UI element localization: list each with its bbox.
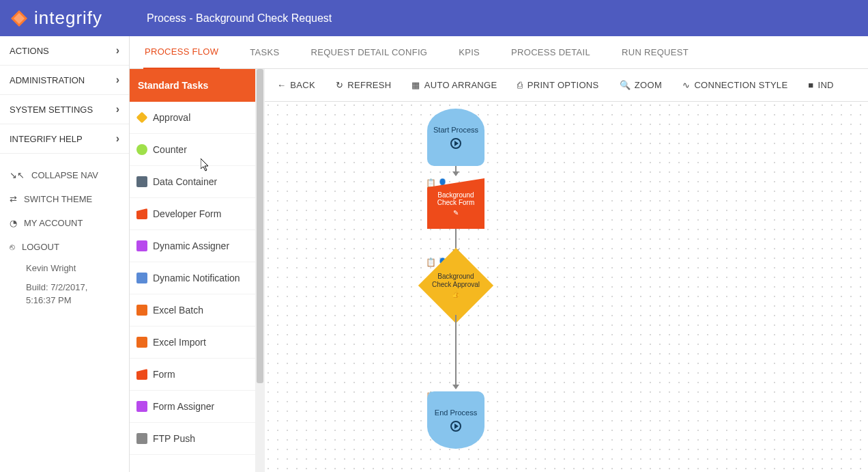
palette-item-label: Excel Batch — [153, 305, 203, 316]
palette-item-label: Excel Import — [153, 337, 206, 348]
brand-logo: integrify — [10, 8, 102, 29]
print-options-button[interactable]: ⎙PRINT OPTIONS — [517, 80, 598, 90]
palette-item-approval[interactable]: Approval — [130, 102, 255, 134]
logo-icon — [10, 9, 29, 28]
nav-system-settings[interactable]: SYSTEM SETTINGS› — [0, 95, 129, 124]
palette-item-form-assigner[interactable]: Form Assigner — [130, 391, 255, 423]
excel-import-icon — [136, 337, 147, 348]
nav-my-account[interactable]: ◔MY ACCOUNT — [0, 211, 129, 235]
nav-actions[interactable]: ACTIONS› — [0, 36, 129, 66]
node-label: Background Check Approval — [429, 273, 482, 289]
tab-request-detail-config[interactable]: REQUEST DETAIL CONFIG — [310, 36, 429, 68]
tab-process-detail[interactable]: PROCESS DETAIL — [510, 36, 592, 68]
excel-batch-icon — [136, 305, 147, 316]
palette-item-dynamic-notification[interactable]: Dynamic Notification — [130, 262, 255, 294]
nav-label: INTEGRIFY HELP — [10, 134, 83, 144]
tab-run-request[interactable]: RUN REQUEST — [620, 36, 690, 68]
canvas-toolbar: ←BACK ↻REFRESH ▦AUTO ARRANGE ⎙PRINT OPTI… — [265, 69, 868, 102]
indicator-icon: ■ — [808, 80, 813, 90]
chevron-right-icon: › — [116, 74, 119, 86]
nav-integrify-help[interactable]: INTEGRIFY HELP› — [0, 124, 129, 154]
nav-label: LOGOUT — [22, 242, 59, 252]
palette-item-label: Counter — [153, 144, 187, 155]
dynamic-assigner-icon — [136, 240, 147, 251]
palette-item-label: Data Container — [153, 176, 217, 187]
tool-label: ZOOM — [635, 80, 662, 90]
chevron-right-icon: › — [116, 44, 119, 57]
tool-label: REFRESH — [347, 80, 391, 90]
pencil-icon: ✎ — [453, 209, 459, 217]
nav-collapse[interactable]: ↘↖COLLAPSE NAV — [0, 163, 129, 187]
start-process-node[interactable]: Start Process — [427, 109, 484, 166]
background-check-approval-node[interactable]: Background Check Approval👍 — [429, 259, 482, 312]
nav-label: COLLAPSE NAV — [31, 170, 98, 180]
side-nav: ACTIONS› ADMINISTRATION› SYSTEM SETTINGS… — [0, 36, 130, 472]
user-name: Kevin Wright — [0, 259, 129, 278]
data-container-icon — [136, 176, 147, 187]
auto-arrange-button[interactable]: ▦AUTO ARRANGE — [411, 80, 497, 90]
task-palette: Standard Tasks ApprovalCounterData Conta… — [130, 69, 265, 472]
nav-switch-theme[interactable]: ⇄SWITCH THEME — [0, 187, 129, 211]
connection-icon: ∿ — [682, 80, 690, 90]
counter-icon — [136, 144, 147, 155]
palette-item-label: Approval — [153, 112, 190, 123]
nav-label: SWITCH THEME — [24, 194, 92, 204]
chevron-right-icon: › — [116, 103, 119, 115]
refresh-icon: ↻ — [336, 80, 343, 90]
tab-tasks[interactable]: TASKS — [248, 36, 280, 68]
zoom-button[interactable]: 🔍ZOOM — [620, 80, 663, 90]
tool-label: PRINT OPTIONS — [527, 80, 599, 90]
tool-label: CONNECTION STYLE — [694, 80, 787, 90]
nav-administration[interactable]: ADMINISTRATION› — [0, 66, 129, 95]
dynamic-notification-icon — [136, 273, 147, 283]
palette-item-label: Form Assigner — [153, 401, 214, 412]
back-icon: ← — [277, 80, 286, 90]
play-icon — [450, 138, 461, 149]
connection-style-button[interactable]: ∿CONNECTION STYLE — [682, 80, 787, 90]
palette-item-label: Dynamic Assigner — [153, 240, 229, 251]
tab-process-flow[interactable]: PROCESS FLOW — [143, 36, 220, 70]
palette-item-label: Form — [153, 369, 175, 380]
app-header: integrify Process - Background Check Req… — [0, 0, 868, 36]
node-label: Start Process — [433, 126, 478, 134]
approval-icon — [136, 112, 148, 124]
palette-item-counter[interactable]: Counter — [130, 134, 255, 166]
collapse-icon: ↘↖ — [10, 170, 25, 180]
tab-bar: PROCESS FLOW TASKS REQUEST DETAIL CONFIG… — [130, 36, 868, 69]
back-button[interactable]: ←BACK — [277, 80, 315, 90]
zoom-icon: 🔍 — [620, 80, 631, 90]
flow-canvas[interactable]: Start Process 📋👤 Background Check Form ✎… — [265, 102, 868, 472]
nav-logout[interactable]: ⎋LOGOUT — [0, 235, 129, 259]
end-process-node[interactable]: End Process — [427, 391, 484, 449]
chevron-right-icon: › — [116, 133, 119, 145]
palette-item-dynamic-assigner[interactable]: Dynamic Assigner — [130, 230, 255, 262]
form-assigner-icon — [136, 401, 147, 412]
tab-kpis[interactable]: KPIS — [457, 36, 481, 68]
page-title: Process - Background Check Request — [147, 12, 332, 25]
flow-arrow — [455, 315, 457, 389]
palette-item-ftp-push[interactable]: FTP Push — [130, 423, 255, 455]
account-icon: ◔ — [10, 218, 17, 228]
refresh-button[interactable]: ↻REFRESH — [336, 80, 392, 90]
nav-label: MY ACCOUNT — [24, 218, 83, 228]
tool-label: IND — [818, 80, 834, 90]
palette-item-label: Developer Form — [153, 208, 221, 219]
logout-icon: ⎋ — [10, 242, 15, 252]
palette-item-label: Dynamic Notification — [153, 273, 240, 283]
theme-icon: ⇄ — [10, 194, 17, 204]
node-label: Background Check Form — [427, 191, 484, 206]
palette-item-excel-batch[interactable]: Excel Batch — [130, 294, 255, 327]
grid-icon: ▦ — [411, 80, 420, 90]
tool-label: BACK — [290, 80, 315, 90]
form-icon — [136, 369, 147, 380]
palette-item-data-container[interactable]: Data Container — [130, 166, 255, 198]
build-info: Build: 7/2/2017, 5:16:37 PM — [0, 278, 129, 310]
indicator-button[interactable]: ■IND — [808, 80, 833, 90]
ftp-push-icon — [136, 433, 147, 444]
palette-scrollbar[interactable] — [255, 69, 265, 472]
palette-item-form[interactable]: Form — [130, 359, 255, 391]
node-label: End Process — [435, 408, 477, 417]
palette-item-developer-form[interactable]: Developer Form — [130, 198, 255, 230]
palette-item-excel-import[interactable]: Excel Import — [130, 327, 255, 359]
developer-form-icon — [136, 208, 147, 219]
